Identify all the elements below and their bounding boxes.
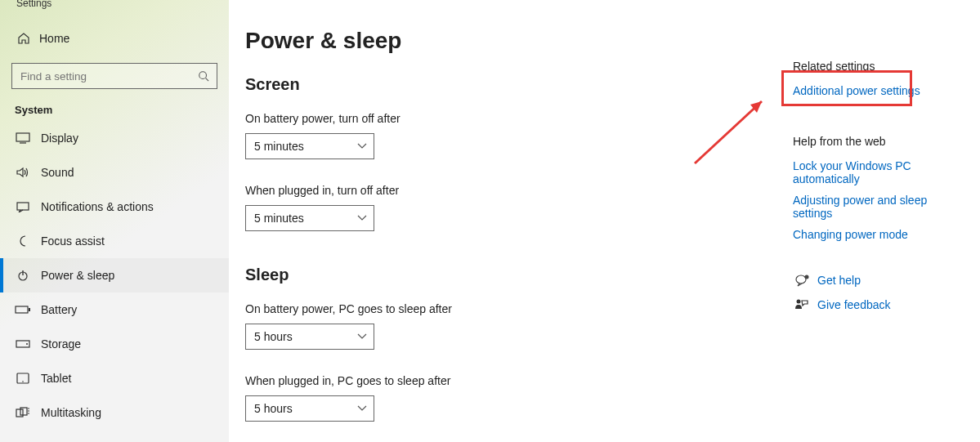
sleep-plugged-value: 5 hours	[254, 402, 293, 415]
nav-item-multitasking[interactable]: Multitasking	[0, 395, 229, 430]
screen-battery-value: 5 minutes	[254, 140, 304, 153]
page-title: Power & sleep	[245, 28, 980, 54]
svg-line-1	[206, 78, 209, 82]
chevron-down-icon	[357, 405, 367, 412]
help-link[interactable]: Changing power mode	[793, 228, 956, 241]
nav-item-power-sleep[interactable]: Power & sleep	[0, 258, 229, 292]
nav-item-display[interactable]: Display	[0, 121, 229, 155]
nav-item-tablet[interactable]: Tablet	[0, 361, 229, 395]
multitasking-icon	[15, 407, 31, 418]
nav-item-battery[interactable]: Battery	[0, 292, 229, 327]
screen-battery-select[interactable]: 5 minutes	[245, 133, 374, 159]
home-button[interactable]: Home	[0, 27, 229, 50]
svg-point-10	[26, 343, 28, 345]
svg-rect-13	[16, 409, 23, 417]
svg-rect-8	[29, 308, 30, 311]
chevron-down-icon	[357, 143, 367, 150]
related-settings-heading: Related settings	[793, 60, 956, 73]
additional-power-settings-link[interactable]: Additional power settings	[793, 84, 956, 97]
focus-icon	[15, 234, 31, 248]
sleep-plugged-label: When plugged in, PC goes to sleep after	[245, 374, 980, 387]
nav-item-label: Display	[41, 132, 78, 145]
search-input[interactable]	[19, 69, 197, 83]
nav-item-focus-assist[interactable]: Focus assist	[0, 224, 229, 258]
nav-item-storage[interactable]: Storage	[0, 327, 229, 361]
help-link[interactable]: Lock your Windows PC automatically	[793, 159, 956, 185]
svg-point-20	[797, 300, 801, 304]
display-icon	[15, 132, 31, 144]
svg-point-12	[22, 381, 24, 382]
nav-item-label: Storage	[41, 337, 81, 350]
sound-icon	[15, 167, 31, 178]
nav-item-sound[interactable]: Sound	[0, 155, 229, 190]
nav-item-label: Tablet	[41, 372, 71, 385]
give-feedback-link[interactable]: Give feedback	[793, 298, 956, 311]
nav-category-label: System	[0, 89, 229, 121]
help-from-web-heading: Help from the web	[793, 135, 956, 148]
search-input-container[interactable]	[11, 63, 217, 89]
svg-rect-4	[17, 203, 29, 210]
feedback-icon	[793, 298, 811, 311]
get-help-label: Get help	[817, 274, 861, 287]
notifications-icon	[15, 201, 31, 212]
svg-rect-7	[16, 306, 28, 313]
svg-rect-14	[20, 408, 27, 415]
home-label: Home	[39, 32, 69, 45]
give-feedback-label: Give feedback	[817, 298, 891, 311]
help-icon	[793, 274, 811, 287]
search-icon	[197, 70, 210, 82]
screen-plugged-select[interactable]: 5 minutes	[245, 205, 374, 231]
nav-item-label: Notifications & actions	[41, 200, 154, 213]
nav-item-label: Sound	[41, 166, 74, 179]
nav-item-notifications[interactable]: Notifications & actions	[0, 190, 229, 224]
chevron-down-icon	[357, 333, 367, 340]
nav-item-label: Power & sleep	[41, 269, 114, 282]
home-icon	[16, 32, 31, 45]
power-icon	[15, 269, 31, 282]
nav-item-label: Multitasking	[41, 406, 101, 419]
svg-point-18	[796, 275, 806, 284]
help-link[interactable]: Adjusting power and sleep settings	[793, 194, 956, 220]
battery-icon	[15, 305, 31, 315]
svg-rect-2	[16, 133, 29, 141]
svg-point-19	[805, 275, 809, 279]
svg-point-0	[199, 72, 207, 79]
get-help-link[interactable]: Get help	[793, 274, 956, 287]
screen-plugged-value: 5 minutes	[254, 212, 304, 225]
sleep-plugged-select[interactable]: 5 hours	[245, 395, 374, 422]
nav-item-label: Battery	[41, 303, 77, 316]
sleep-battery-value: 5 hours	[254, 330, 293, 343]
tablet-icon	[15, 373, 31, 384]
window-title: Settings	[0, 0, 229, 9]
nav-item-label: Focus assist	[41, 234, 105, 248]
storage-icon	[15, 340, 31, 348]
sleep-battery-select[interactable]: 5 hours	[245, 324, 374, 350]
chevron-down-icon	[357, 215, 367, 221]
